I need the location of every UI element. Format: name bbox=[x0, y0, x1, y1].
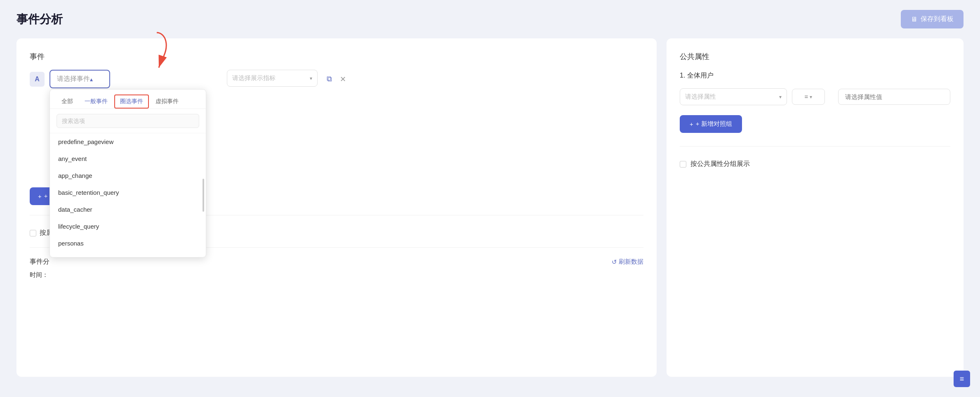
copy-icon: ⧉ bbox=[327, 75, 332, 83]
property-placeholder: 请选择属性 bbox=[685, 93, 779, 101]
user-group-title: 1. 全体用户 bbox=[680, 71, 950, 80]
bottom-section: 事件分 ↺ 刷新数据 时间： bbox=[30, 258, 643, 279]
menu-icon: ≡ bbox=[960, 375, 964, 383]
event-select-placeholder: 请选择事件 bbox=[57, 75, 90, 83]
remove-event-button[interactable]: ✕ bbox=[338, 73, 348, 85]
dropdown-scrollbar[interactable] bbox=[203, 179, 204, 212]
dropdown-search-container bbox=[50, 109, 206, 133]
metric-placeholder: 请选择展示指标 bbox=[232, 74, 310, 82]
plus-icon: + bbox=[38, 193, 42, 200]
event-select-input[interactable]: 请选择事件 ▴ bbox=[49, 70, 110, 88]
dropdown-tab-circle[interactable]: 圈选事件 bbox=[114, 95, 149, 109]
refresh-icon: ↺ bbox=[612, 258, 617, 266]
right-panel: 公共属性 1. 全体用户 请选择属性 ▾ = ▾ + bbox=[667, 38, 964, 377]
left-panel: 事件 A 请选择事件 ▴ bbox=[16, 38, 657, 377]
equals-chevron-down-icon: ▾ bbox=[810, 94, 812, 100]
dropdown-item-6[interactable]: personas bbox=[50, 235, 206, 252]
add-comparison-group-button[interactable]: + + 新增对照组 bbox=[680, 115, 742, 133]
dropdown-item-5[interactable]: lifecycle_query bbox=[50, 218, 206, 235]
save-icon: 🖥 bbox=[911, 16, 917, 23]
main-content: 事件 A 请选择事件 ▴ bbox=[0, 38, 980, 393]
dropdown-item-7[interactable]: query_olap bbox=[50, 252, 206, 257]
event-selector[interactable]: 请选择事件 ▴ 全部 一般事件 圈选事件 虚拟事件 bbox=[49, 70, 110, 88]
public-attr-checkbox[interactable] bbox=[680, 161, 686, 168]
save-to-board-button[interactable]: 🖥 保存到看板 bbox=[901, 10, 964, 28]
property-chevron-down-icon: ▾ bbox=[779, 94, 782, 100]
red-arrow-annotation bbox=[107, 28, 173, 78]
property-row: 请选择属性 ▾ = ▾ bbox=[680, 88, 950, 105]
property-value-input[interactable] bbox=[838, 89, 950, 105]
event-dropdown: 全部 一般事件 圈选事件 虚拟事件 predefine_pageview bbox=[49, 89, 206, 258]
dropdown-item-2[interactable]: app_change bbox=[50, 167, 206, 184]
chevron-up-icon: ▴ bbox=[90, 76, 93, 83]
time-filter-label: 时间： bbox=[30, 271, 48, 279]
dropdown-list: predefine_pageview any_event app_change … bbox=[50, 133, 206, 257]
close-icon: ✕ bbox=[340, 75, 346, 83]
copy-event-button[interactable]: ⧉ bbox=[325, 73, 334, 85]
group-by-checkbox[interactable] bbox=[30, 230, 36, 236]
bottom-header: 事件分 ↺ 刷新数据 bbox=[30, 258, 643, 266]
property-selector[interactable]: 请选择属性 ▾ bbox=[680, 88, 787, 105]
public-attr-label: 按公共属性分组展示 bbox=[690, 160, 750, 168]
page-title: 事件分析 bbox=[16, 12, 63, 27]
bottom-right-menu-button[interactable]: ≡ bbox=[954, 371, 970, 387]
dropdown-item-4[interactable]: data_cacher bbox=[50, 201, 206, 218]
event-selector-wrapper: 请选择事件 ▴ 全部 一般事件 圈选事件 虚拟事件 bbox=[49, 70, 110, 88]
right-section-title: 公共属性 bbox=[680, 52, 950, 61]
time-filter-row: 时间： bbox=[30, 271, 643, 279]
bottom-section-title: 事件分 bbox=[30, 258, 49, 266]
dropdown-item-3[interactable]: basic_retention_query bbox=[50, 184, 206, 201]
dropdown-search-input[interactable] bbox=[57, 114, 199, 128]
equals-selector-wrapper: = ▾ bbox=[792, 89, 833, 105]
public-attr-checkbox-row: 按公共属性分组展示 bbox=[680, 160, 950, 168]
dropdown-tabs: 全部 一般事件 圈选事件 虚拟事件 bbox=[50, 90, 206, 109]
dropdown-item-1[interactable]: any_event bbox=[50, 150, 206, 167]
dropdown-item-0[interactable]: predefine_pageview bbox=[50, 133, 206, 150]
dropdown-tab-all[interactable]: 全部 bbox=[57, 95, 78, 109]
dropdown-tab-general[interactable]: 一般事件 bbox=[80, 95, 113, 109]
dropdown-tab-virtual[interactable]: 虚拟事件 bbox=[151, 95, 184, 109]
event-row-a: A 请选择事件 ▴ bbox=[30, 70, 643, 88]
metric-selector[interactable]: 请选择展示指标 ▾ bbox=[227, 70, 318, 87]
equals-label: = bbox=[805, 93, 808, 100]
property-selector-wrapper: 请选择属性 ▾ bbox=[680, 88, 787, 105]
refresh-data-button[interactable]: ↺ 刷新数据 bbox=[612, 258, 643, 266]
right-divider bbox=[680, 146, 950, 147]
plus-icon-2: + bbox=[690, 121, 693, 128]
metric-chevron-down-icon: ▾ bbox=[310, 76, 312, 81]
equals-selector[interactable]: = ▾ bbox=[792, 89, 825, 105]
event-badge-a: A bbox=[30, 72, 45, 87]
